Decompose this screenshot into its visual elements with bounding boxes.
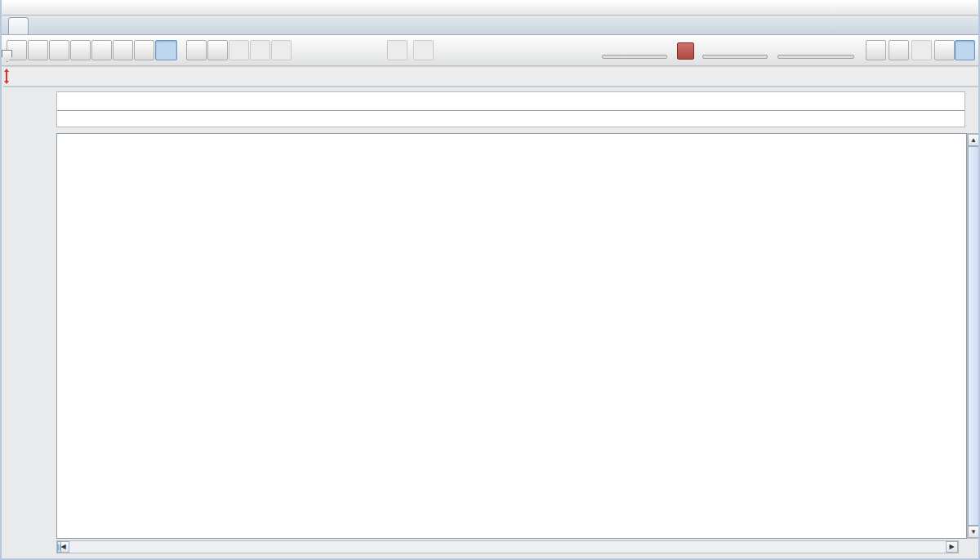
vertical-scrollbar-thumb[interactable] (968, 146, 979, 526)
montage-tools-button[interactable] (889, 40, 909, 60)
measure-tool-button[interactable] (134, 40, 154, 60)
tab-bar (2, 16, 978, 35)
value-scale-slider[interactable] (702, 55, 768, 59)
application-window: ▲ ▼ ◀ ▶ (0, 0, 980, 560)
zoom-tool-button[interactable] (113, 40, 133, 60)
turn-page-button[interactable] (207, 40, 228, 60)
filter-toggle-button[interactable] (955, 40, 975, 60)
fit-width-button[interactable] (677, 42, 694, 60)
hypnogram-position-marker[interactable] (3, 69, 9, 84)
record-button[interactable] (387, 40, 408, 60)
fft-tool-button[interactable] (155, 40, 177, 60)
ruler-axis-line (57, 110, 964, 111)
timeline-ruler[interactable] (56, 91, 965, 127)
vertical-scrollbar[interactable]: ▲ ▼ (967, 133, 980, 539)
select-region-button[interactable] (49, 40, 69, 60)
horizontal-scrollbar[interactable]: ◀ ▶ (56, 540, 959, 553)
channel-label-gutter (2, 87, 56, 553)
scroll-right-arrow-icon[interactable]: ▶ (946, 541, 958, 553)
horizontal-scrollbar-thumb[interactable] (57, 541, 61, 553)
pan-tool-button[interactable] (28, 40, 48, 60)
tab-inb05[interactable] (8, 17, 29, 34)
scroll-up-arrow-icon[interactable]: ▲ (968, 134, 979, 146)
edit-montage-button[interactable] (866, 40, 886, 60)
stop-button[interactable] (413, 40, 434, 60)
page-view-button[interactable] (186, 40, 207, 60)
scroll-down-arrow-icon[interactable]: ▼ (968, 526, 979, 538)
select-row-button[interactable] (91, 40, 112, 60)
close-document-button[interactable] (271, 40, 292, 60)
hypnogram-strip[interactable] (3, 66, 978, 87)
menubar (2, 0, 978, 16)
signal-canvas[interactable] (57, 134, 966, 538)
marker-bottom-arrow-icon (4, 81, 9, 84)
toolbar (2, 35, 978, 66)
signal-plot-area[interactable] (56, 133, 967, 539)
tools-disabled-button[interactable] (911, 40, 932, 60)
time-scale-slider[interactable] (602, 55, 667, 59)
document-info-button[interactable] (934, 40, 955, 60)
channel-height-slider[interactable] (777, 55, 854, 59)
save-as-button[interactable] (250, 40, 270, 60)
save-button[interactable] (229, 40, 249, 60)
add-tag-button[interactable] (11, 95, 24, 109)
select-column-button[interactable] (70, 40, 91, 60)
